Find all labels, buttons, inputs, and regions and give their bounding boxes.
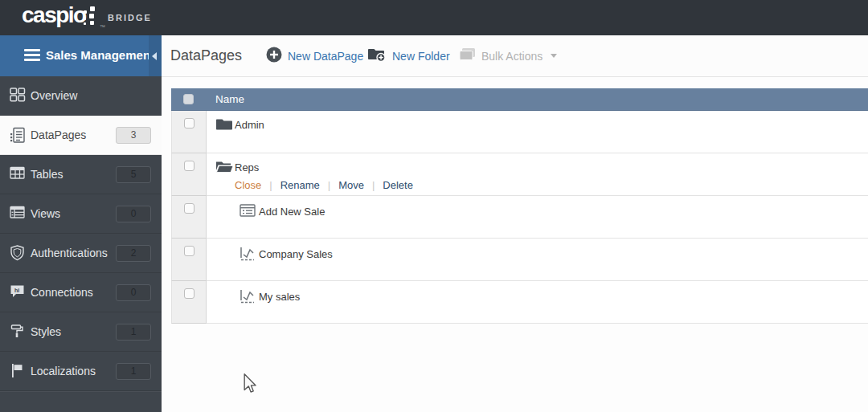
plus-circle-icon [266, 47, 282, 66]
main-content: DataPages New DataPage New Fol [162, 35, 868, 412]
datapages-table: Name Admin [171, 88, 868, 324]
count-badge: 3 [116, 127, 151, 144]
sidebar-item-label: Styles [31, 325, 61, 338]
row-checkbox[interactable] [184, 203, 194, 214]
sidebar-item-datapages[interactable]: DataPages 3 [0, 116, 162, 155]
count-badge: 1 [116, 324, 151, 341]
svg-text:hi: hi [14, 288, 19, 293]
stacked-folders-icon [459, 47, 476, 64]
chart-datapage-icon [240, 247, 256, 264]
count-badge: 2 [116, 245, 151, 262]
grid-icon [10, 88, 27, 104]
page-title: DataPages [170, 47, 242, 64]
top-bar: caspio ™ BRIDGE [0, 0, 868, 35]
flag-icon [10, 363, 27, 380]
caspio-logo-mark-icon [82, 6, 100, 31]
sidebar-item-label: Authentications [31, 247, 108, 259]
caspio-logo: caspio [22, 2, 86, 28]
sidebar-item-label: Connections [31, 286, 93, 299]
row-checkbox[interactable] [184, 118, 194, 128]
bulk-actions-button[interactable]: Bulk Actions [459, 35, 557, 76]
separator: | [328, 179, 330, 191]
sidebar: Sales Management Overview DataPages 3 [0, 35, 162, 412]
sidebar-item-label: Localizations [31, 365, 96, 377]
delete-action-link[interactable]: Delete [383, 179, 413, 191]
table-row-admin[interactable]: Admin [171, 111, 868, 153]
chevron-left-icon [152, 52, 157, 60]
new-folder-label: New Folder [392, 50, 450, 63]
table-row-my-sales[interactable]: My sales [171, 281, 868, 324]
row-label: Company Sales [259, 248, 333, 260]
row-checkbox-cell [171, 153, 207, 196]
rename-action-link[interactable]: Rename [280, 179, 320, 191]
row-checkbox-cell [171, 196, 207, 239]
new-datapage-label: New DataPage [288, 50, 363, 63]
new-folder-button[interactable]: New Folder [367, 35, 450, 76]
sidebar-app-header: Sales Management [0, 35, 162, 76]
folder-open-icon [215, 160, 234, 177]
row-name-cell[interactable]: My sales [207, 281, 868, 324]
sidebar-item-tables[interactable]: Tables 5 [0, 155, 162, 194]
count-badge: 0 [116, 206, 151, 222]
sidebar-bottom-divider [0, 391, 162, 405]
caret-down-icon [551, 54, 557, 58]
close-action-link[interactable]: Close [235, 179, 261, 191]
chat-bubble-icon: hi [10, 284, 27, 301]
new-datapage-button[interactable]: New DataPage [266, 35, 363, 76]
count-badge: 0 [116, 284, 151, 301]
views-icon [10, 206, 27, 222]
name-column-header: Name [207, 88, 868, 110]
count-badge: 5 [116, 166, 151, 183]
shield-icon [10, 245, 27, 262]
sidebar-item-label: Views [31, 207, 60, 220]
table-row-company-sales[interactable]: Company Sales [171, 239, 868, 281]
trademark-symbol: ™ [100, 24, 105, 30]
sidebar-item-overview[interactable]: Overview [0, 76, 162, 116]
sidebar-item-label: Overview [31, 89, 77, 102]
select-all-checkbox[interactable] [183, 94, 194, 104]
sidebar-item-connections[interactable]: hi Connections 0 [0, 273, 162, 312]
chart-datapage-icon [240, 289, 256, 307]
row-checkbox[interactable] [184, 288, 194, 299]
row-checkbox-cell [171, 281, 207, 324]
table-icon [10, 166, 27, 183]
sidebar-item-authentications[interactable]: Authentications 2 [0, 234, 162, 273]
sidebar-item-styles[interactable]: Styles 1 [0, 312, 162, 352]
table-row-reps[interactable]: Reps Close | Rename | Move | Delete [171, 153, 868, 196]
sidebar-item-views[interactable]: Views 0 [0, 194, 162, 234]
row-checkbox-cell [171, 111, 207, 153]
table-row-add-new-sale[interactable]: Add New Sale [171, 196, 868, 239]
row-checkbox[interactable] [184, 246, 194, 256]
row-label: Reps [235, 161, 259, 173]
row-label: My sales [259, 291, 300, 303]
select-all-cell [171, 88, 207, 110]
datapages-icon [10, 127, 27, 144]
row-label: Admin [235, 119, 264, 131]
row-name-cell[interactable]: Reps Close | Rename | Move | Delete [207, 153, 868, 196]
folder-action-links: Close | Rename | Move | Delete [235, 179, 413, 191]
folder-plus-icon [367, 47, 387, 65]
count-badge: 1 [116, 363, 151, 380]
row-name-cell[interactable]: Company Sales [207, 239, 868, 281]
move-action-link[interactable]: Move [338, 179, 364, 191]
table-header-row: Name [171, 88, 868, 111]
sidebar-item-label: Tables [31, 168, 63, 181]
form-datapage-icon [240, 204, 256, 220]
folder-closed-icon [215, 117, 233, 134]
datapages-toolbar: DataPages New DataPage New Fol [162, 35, 868, 77]
hamburger-menu-icon[interactable] [24, 49, 40, 62]
row-checkbox-cell [171, 239, 207, 281]
row-label: Add New Sale [259, 206, 325, 218]
row-name-cell[interactable]: Add New Sale [207, 196, 868, 239]
product-name: BRIDGE [108, 13, 152, 22]
sidebar-item-label: DataPages [31, 128, 86, 141]
separator: | [372, 179, 375, 191]
paint-roller-icon [10, 324, 27, 341]
mouse-cursor [243, 373, 257, 398]
sidebar-item-localizations[interactable]: Localizations 1 [0, 352, 162, 391]
sidebar-collapse-toggle[interactable] [149, 35, 162, 76]
app-name: Sales Management [46, 48, 154, 62]
bulk-actions-label: Bulk Actions [481, 50, 542, 63]
row-checkbox[interactable] [184, 161, 194, 171]
row-name-cell[interactable]: Admin [207, 111, 868, 153]
